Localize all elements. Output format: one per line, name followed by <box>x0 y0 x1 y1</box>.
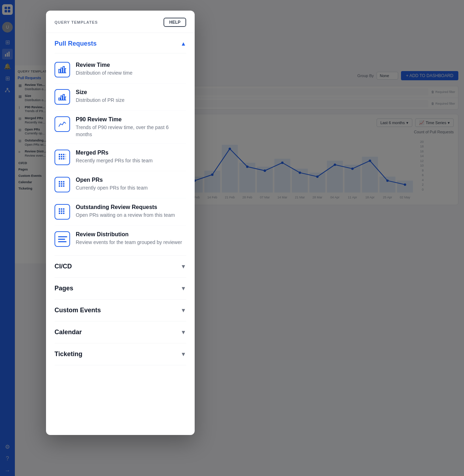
template-item-outstanding[interactable]: Outstanding Review Requests Open PRs wai… <box>55 198 186 226</box>
svg-rect-91 <box>63 156 64 157</box>
open-prs-icon <box>55 177 70 192</box>
svg-rect-92 <box>65 156 66 157</box>
outstanding-name: Outstanding Review Requests <box>76 204 186 210</box>
review-time-content: Review Time Distribution of review time <box>76 62 186 77</box>
pages-label: Pages <box>55 285 73 292</box>
svg-rect-96 <box>65 158 66 159</box>
svg-rect-104 <box>61 185 62 187</box>
outstanding-content: Outstanding Review Requests Open PRs wai… <box>76 204 186 219</box>
svg-rect-97 <box>59 181 60 182</box>
svg-rect-100 <box>59 183 60 185</box>
svg-rect-86 <box>61 154 62 155</box>
svg-rect-111 <box>63 210 64 212</box>
custom-events-label: Custom Events <box>55 307 101 314</box>
template-list: Review Time Distribution of review time … <box>55 53 186 256</box>
template-item-merged-prs[interactable]: Merged PRs Recently merged PRs for this … <box>55 144 186 171</box>
review-dist-line2 <box>58 239 65 240</box>
svg-rect-81 <box>59 98 60 100</box>
svg-rect-103 <box>59 185 60 187</box>
svg-rect-98 <box>61 181 62 182</box>
ticketing-label: Ticketing <box>55 350 82 358</box>
svg-rect-112 <box>59 213 60 214</box>
svg-rect-82 <box>61 96 62 100</box>
merged-prs-icon <box>55 150 70 165</box>
template-item-review-dist[interactable]: Review Distribution Review events for th… <box>55 226 186 252</box>
size-icon <box>55 89 70 105</box>
svg-rect-84 <box>65 97 66 100</box>
svg-rect-113 <box>61 213 62 214</box>
review-time-desc: Distribution of review time <box>76 70 186 77</box>
size-name: Size <box>76 89 186 95</box>
size-content: Size Distribution of PR size <box>76 89 186 104</box>
svg-rect-95 <box>63 158 64 159</box>
pages-section[interactable]: Pages ▼ <box>55 278 186 300</box>
calendar-section[interactable]: Calendar ▼ <box>55 321 186 343</box>
pull-requests-title: Pull Requests <box>55 40 97 47</box>
review-time-icon <box>55 62 70 77</box>
template-item-review-time[interactable]: Review Time Distribution of review time <box>55 56 186 83</box>
svg-rect-94 <box>61 158 62 159</box>
svg-rect-109 <box>59 210 60 212</box>
open-prs-name: Open PRs <box>76 177 186 183</box>
review-dist-content: Review Distribution Review events for th… <box>76 231 186 246</box>
outstanding-icon <box>55 204 70 220</box>
review-dist-desc: Review events for the team grouped by re… <box>76 239 186 246</box>
svg-rect-101 <box>61 183 62 185</box>
size-desc: Distribution of PR size <box>76 97 186 104</box>
outstanding-desc: Open PRs waiting on a review from this t… <box>76 212 186 219</box>
p90-content: P90 Review Time Trends of P90 review tim… <box>76 116 186 138</box>
panel-title: QUERY TEMPLATES <box>55 20 98 24</box>
svg-rect-106 <box>59 208 60 210</box>
svg-rect-83 <box>63 94 64 100</box>
template-item-open-prs[interactable]: Open PRs Currently open PRs for this tea… <box>55 171 186 198</box>
review-dist-name: Review Distribution <box>76 231 186 238</box>
calendar-chevron: ▼ <box>181 329 186 336</box>
ticketing-section[interactable]: Ticketing ▼ <box>55 343 186 365</box>
p90-name: P90 Review Time <box>76 116 186 123</box>
svg-rect-110 <box>61 210 62 212</box>
panel-body: Pull Requests ▲ Review Time Distribution… <box>46 33 195 434</box>
svg-rect-108 <box>63 208 64 210</box>
p90-icon <box>55 116 70 132</box>
open-prs-content: Open PRs Currently open PRs for this tea… <box>76 177 186 192</box>
svg-rect-99 <box>63 181 64 182</box>
svg-rect-77 <box>59 69 60 73</box>
svg-rect-80 <box>65 69 66 73</box>
svg-rect-93 <box>59 158 60 159</box>
svg-rect-79 <box>63 66 64 73</box>
pull-requests-chevron-up: ▲ <box>181 41 186 47</box>
svg-rect-107 <box>61 208 62 210</box>
pages-chevron: ▼ <box>181 285 186 292</box>
pull-requests-section-header[interactable]: Pull Requests ▲ <box>55 33 186 53</box>
review-dist-icon <box>55 231 70 247</box>
svg-rect-78 <box>61 68 62 73</box>
calendar-label: Calendar <box>55 329 82 336</box>
review-time-name: Review Time <box>76 62 186 68</box>
template-item-p90[interactable]: P90 Review Time Trends of P90 review tim… <box>55 111 186 144</box>
open-prs-desc: Currently open PRs for this team <box>76 185 186 192</box>
ticketing-chevron: ▼ <box>181 351 186 358</box>
p90-desc: Trends of P90 review time, over the past… <box>76 124 186 138</box>
custom-events-section[interactable]: Custom Events ▼ <box>55 300 186 321</box>
svg-rect-88 <box>65 154 66 155</box>
help-button[interactable]: HELP <box>164 18 186 27</box>
merged-prs-name: Merged PRs <box>76 150 186 156</box>
merged-prs-content: Merged PRs Recently merged PRs for this … <box>76 150 186 164</box>
svg-rect-87 <box>63 154 64 155</box>
svg-rect-90 <box>61 156 62 157</box>
svg-rect-85 <box>59 154 60 155</box>
svg-rect-105 <box>63 185 64 187</box>
cicd-section[interactable]: CI/CD ▼ <box>55 256 186 278</box>
query-templates-panel: QUERY TEMPLATES HELP Pull Requests ▲ <box>46 11 195 435</box>
svg-rect-102 <box>63 183 64 185</box>
merged-prs-desc: Recently merged PRs for this team <box>76 157 186 164</box>
panel-header: QUERY TEMPLATES HELP <box>46 11 195 33</box>
svg-rect-89 <box>59 156 60 157</box>
cicd-label: CI/CD <box>55 263 72 270</box>
review-dist-line1 <box>58 236 67 237</box>
review-dist-line3 <box>58 241 67 242</box>
template-item-size[interactable]: Size Distribution of PR size <box>55 83 186 111</box>
custom-events-chevron: ▼ <box>181 307 186 314</box>
cicd-chevron: ▼ <box>181 263 186 270</box>
svg-rect-114 <box>63 213 64 214</box>
